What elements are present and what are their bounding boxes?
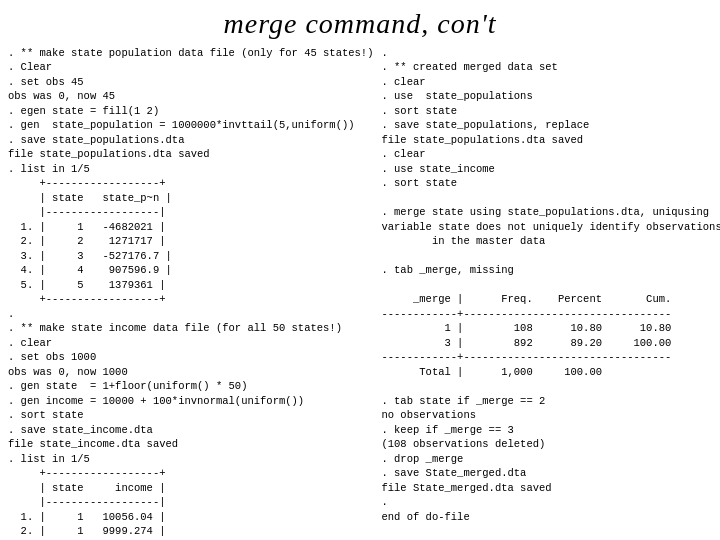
- page-title: merge command, con't: [0, 0, 720, 46]
- right-code: . . ** created merged data set . clear .…: [381, 46, 720, 524]
- right-column: . . ** created merged data set . clear .…: [381, 46, 720, 540]
- left-column: . ** make state population data file (on…: [8, 46, 373, 540]
- left-code: . ** make state population data file (on…: [8, 46, 373, 540]
